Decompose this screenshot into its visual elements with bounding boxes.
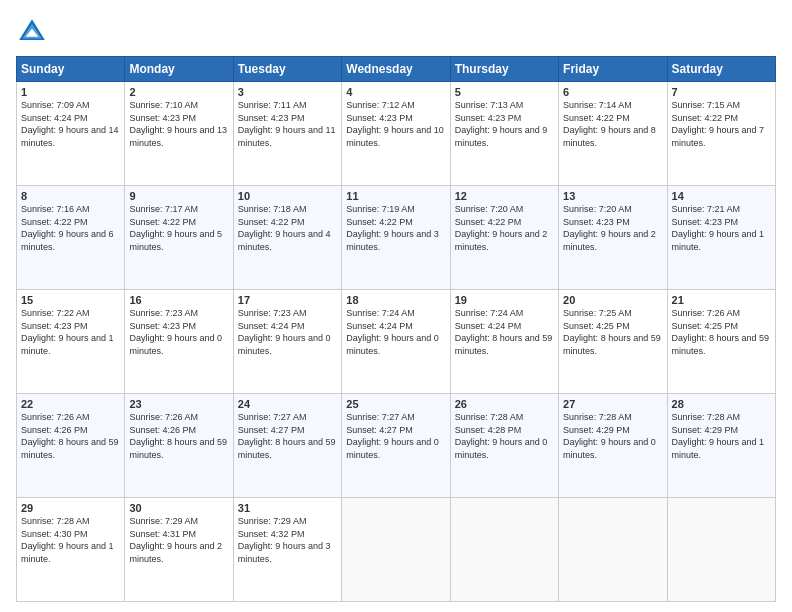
day-info: Sunrise: 7:21 AMSunset: 4:23 PMDaylight:… bbox=[672, 203, 771, 253]
weekday-header-thursday: Thursday bbox=[450, 57, 558, 82]
day-info: Sunrise: 7:13 AMSunset: 4:23 PMDaylight:… bbox=[455, 99, 554, 149]
day-info: Sunrise: 7:26 AMSunset: 4:26 PMDaylight:… bbox=[129, 411, 228, 461]
logo bbox=[16, 16, 52, 48]
day-number: 21 bbox=[672, 294, 771, 306]
calendar-cell: 14Sunrise: 7:21 AMSunset: 4:23 PMDayligh… bbox=[667, 186, 775, 290]
calendar-cell: 11Sunrise: 7:19 AMSunset: 4:22 PMDayligh… bbox=[342, 186, 450, 290]
day-number: 12 bbox=[455, 190, 554, 202]
day-info: Sunrise: 7:10 AMSunset: 4:23 PMDaylight:… bbox=[129, 99, 228, 149]
calendar-cell: 4Sunrise: 7:12 AMSunset: 4:23 PMDaylight… bbox=[342, 82, 450, 186]
day-info: Sunrise: 7:23 AMSunset: 4:24 PMDaylight:… bbox=[238, 307, 337, 357]
day-info: Sunrise: 7:23 AMSunset: 4:23 PMDaylight:… bbox=[129, 307, 228, 357]
day-number: 26 bbox=[455, 398, 554, 410]
calendar-cell: 17Sunrise: 7:23 AMSunset: 4:24 PMDayligh… bbox=[233, 290, 341, 394]
calendar-cell: 22Sunrise: 7:26 AMSunset: 4:26 PMDayligh… bbox=[17, 394, 125, 498]
calendar-cell: 19Sunrise: 7:24 AMSunset: 4:24 PMDayligh… bbox=[450, 290, 558, 394]
calendar-cell: 24Sunrise: 7:27 AMSunset: 4:27 PMDayligh… bbox=[233, 394, 341, 498]
day-number: 13 bbox=[563, 190, 662, 202]
day-info: Sunrise: 7:28 AMSunset: 4:29 PMDaylight:… bbox=[563, 411, 662, 461]
day-number: 23 bbox=[129, 398, 228, 410]
day-info: Sunrise: 7:29 AMSunset: 4:32 PMDaylight:… bbox=[238, 515, 337, 565]
logo-icon bbox=[16, 16, 48, 48]
calendar-cell: 2Sunrise: 7:10 AMSunset: 4:23 PMDaylight… bbox=[125, 82, 233, 186]
day-number: 4 bbox=[346, 86, 445, 98]
day-number: 15 bbox=[21, 294, 120, 306]
day-number: 16 bbox=[129, 294, 228, 306]
weekday-header-wednesday: Wednesday bbox=[342, 57, 450, 82]
calendar-cell: 15Sunrise: 7:22 AMSunset: 4:23 PMDayligh… bbox=[17, 290, 125, 394]
calendar-cell: 8Sunrise: 7:16 AMSunset: 4:22 PMDaylight… bbox=[17, 186, 125, 290]
day-info: Sunrise: 7:27 AMSunset: 4:27 PMDaylight:… bbox=[346, 411, 445, 461]
day-info: Sunrise: 7:12 AMSunset: 4:23 PMDaylight:… bbox=[346, 99, 445, 149]
weekday-header-saturday: Saturday bbox=[667, 57, 775, 82]
day-info: Sunrise: 7:20 AMSunset: 4:23 PMDaylight:… bbox=[563, 203, 662, 253]
day-number: 18 bbox=[346, 294, 445, 306]
weekday-header-monday: Monday bbox=[125, 57, 233, 82]
weekday-header-friday: Friday bbox=[559, 57, 667, 82]
calendar-cell: 23Sunrise: 7:26 AMSunset: 4:26 PMDayligh… bbox=[125, 394, 233, 498]
calendar-cell: 28Sunrise: 7:28 AMSunset: 4:29 PMDayligh… bbox=[667, 394, 775, 498]
calendar-cell: 27Sunrise: 7:28 AMSunset: 4:29 PMDayligh… bbox=[559, 394, 667, 498]
day-info: Sunrise: 7:20 AMSunset: 4:22 PMDaylight:… bbox=[455, 203, 554, 253]
day-info: Sunrise: 7:09 AMSunset: 4:24 PMDaylight:… bbox=[21, 99, 120, 149]
day-number: 29 bbox=[21, 502, 120, 514]
day-number: 2 bbox=[129, 86, 228, 98]
day-number: 3 bbox=[238, 86, 337, 98]
day-number: 5 bbox=[455, 86, 554, 98]
day-number: 19 bbox=[455, 294, 554, 306]
calendar-cell: 30Sunrise: 7:29 AMSunset: 4:31 PMDayligh… bbox=[125, 498, 233, 602]
day-number: 1 bbox=[21, 86, 120, 98]
calendar-cell: 29Sunrise: 7:28 AMSunset: 4:30 PMDayligh… bbox=[17, 498, 125, 602]
day-info: Sunrise: 7:28 AMSunset: 4:30 PMDaylight:… bbox=[21, 515, 120, 565]
day-info: Sunrise: 7:11 AMSunset: 4:23 PMDaylight:… bbox=[238, 99, 337, 149]
calendar-cell: 5Sunrise: 7:13 AMSunset: 4:23 PMDaylight… bbox=[450, 82, 558, 186]
day-number: 14 bbox=[672, 190, 771, 202]
day-number: 6 bbox=[563, 86, 662, 98]
calendar-cell bbox=[559, 498, 667, 602]
calendar-cell: 7Sunrise: 7:15 AMSunset: 4:22 PMDaylight… bbox=[667, 82, 775, 186]
day-info: Sunrise: 7:16 AMSunset: 4:22 PMDaylight:… bbox=[21, 203, 120, 253]
day-number: 31 bbox=[238, 502, 337, 514]
day-number: 9 bbox=[129, 190, 228, 202]
day-number: 7 bbox=[672, 86, 771, 98]
day-info: Sunrise: 7:15 AMSunset: 4:22 PMDaylight:… bbox=[672, 99, 771, 149]
day-info: Sunrise: 7:14 AMSunset: 4:22 PMDaylight:… bbox=[563, 99, 662, 149]
day-info: Sunrise: 7:26 AMSunset: 4:26 PMDaylight:… bbox=[21, 411, 120, 461]
day-info: Sunrise: 7:29 AMSunset: 4:31 PMDaylight:… bbox=[129, 515, 228, 565]
day-number: 25 bbox=[346, 398, 445, 410]
day-info: Sunrise: 7:17 AMSunset: 4:22 PMDaylight:… bbox=[129, 203, 228, 253]
day-number: 17 bbox=[238, 294, 337, 306]
calendar-cell: 26Sunrise: 7:28 AMSunset: 4:28 PMDayligh… bbox=[450, 394, 558, 498]
calendar-cell: 13Sunrise: 7:20 AMSunset: 4:23 PMDayligh… bbox=[559, 186, 667, 290]
day-number: 30 bbox=[129, 502, 228, 514]
weekday-header-tuesday: Tuesday bbox=[233, 57, 341, 82]
day-number: 8 bbox=[21, 190, 120, 202]
day-info: Sunrise: 7:26 AMSunset: 4:25 PMDaylight:… bbox=[672, 307, 771, 357]
calendar-cell: 18Sunrise: 7:24 AMSunset: 4:24 PMDayligh… bbox=[342, 290, 450, 394]
day-number: 22 bbox=[21, 398, 120, 410]
day-number: 24 bbox=[238, 398, 337, 410]
day-info: Sunrise: 7:24 AMSunset: 4:24 PMDaylight:… bbox=[346, 307, 445, 357]
calendar-cell: 21Sunrise: 7:26 AMSunset: 4:25 PMDayligh… bbox=[667, 290, 775, 394]
day-number: 27 bbox=[563, 398, 662, 410]
day-info: Sunrise: 7:18 AMSunset: 4:22 PMDaylight:… bbox=[238, 203, 337, 253]
weekday-header-sunday: Sunday bbox=[17, 57, 125, 82]
calendar-table: SundayMondayTuesdayWednesdayThursdayFrid… bbox=[16, 56, 776, 602]
day-info: Sunrise: 7:28 AMSunset: 4:28 PMDaylight:… bbox=[455, 411, 554, 461]
day-info: Sunrise: 7:24 AMSunset: 4:24 PMDaylight:… bbox=[455, 307, 554, 357]
day-number: 20 bbox=[563, 294, 662, 306]
calendar-cell: 6Sunrise: 7:14 AMSunset: 4:22 PMDaylight… bbox=[559, 82, 667, 186]
header bbox=[16, 16, 776, 48]
day-info: Sunrise: 7:22 AMSunset: 4:23 PMDaylight:… bbox=[21, 307, 120, 357]
calendar-cell: 1Sunrise: 7:09 AMSunset: 4:24 PMDaylight… bbox=[17, 82, 125, 186]
day-number: 11 bbox=[346, 190, 445, 202]
calendar-cell: 10Sunrise: 7:18 AMSunset: 4:22 PMDayligh… bbox=[233, 186, 341, 290]
day-number: 10 bbox=[238, 190, 337, 202]
calendar-cell: 12Sunrise: 7:20 AMSunset: 4:22 PMDayligh… bbox=[450, 186, 558, 290]
calendar-cell: 31Sunrise: 7:29 AMSunset: 4:32 PMDayligh… bbox=[233, 498, 341, 602]
day-info: Sunrise: 7:28 AMSunset: 4:29 PMDaylight:… bbox=[672, 411, 771, 461]
day-info: Sunrise: 7:19 AMSunset: 4:22 PMDaylight:… bbox=[346, 203, 445, 253]
calendar-cell: 3Sunrise: 7:11 AMSunset: 4:23 PMDaylight… bbox=[233, 82, 341, 186]
calendar-cell bbox=[450, 498, 558, 602]
day-info: Sunrise: 7:25 AMSunset: 4:25 PMDaylight:… bbox=[563, 307, 662, 357]
